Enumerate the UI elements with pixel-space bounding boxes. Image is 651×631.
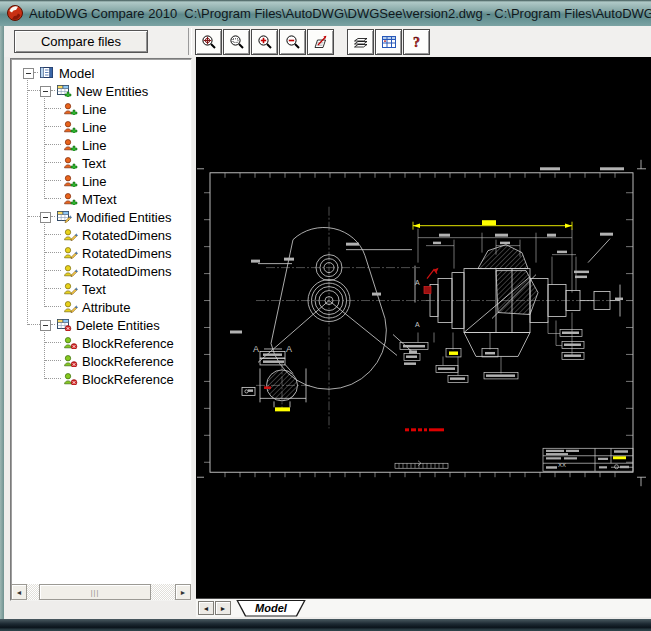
- table-add-icon: [57, 85, 72, 97]
- compare-tree-panel: ModelNew EntitiesLineLineLineTextLineMTe…: [10, 58, 192, 601]
- entity-added-icon: [63, 193, 78, 205]
- entity-added-icon: [63, 121, 78, 133]
- table-button[interactable]: [375, 29, 402, 55]
- tree-item-mtext[interactable]: MText: [11, 190, 191, 208]
- tree-item-label: Text: [81, 156, 106, 171]
- tree-item-model[interactable]: Model: [11, 64, 191, 82]
- tree-item-line[interactable]: Line: [11, 136, 191, 154]
- scroll-right-button[interactable]: ►: [175, 584, 191, 600]
- entity-modified-icon: [63, 283, 78, 295]
- tree-connector-stub: [51, 324, 55, 326]
- entity-modified-icon: [63, 247, 78, 259]
- drawing-frame: [197, 160, 646, 486]
- tree-item-rotateddimens[interactable]: RotatedDimens: [11, 262, 191, 280]
- pan-button[interactable]: [307, 29, 334, 55]
- title-bar[interactable]: AutoDWG Compare 2010 C:\Program Files\Au…: [0, 0, 651, 26]
- tree-item-label: Line: [81, 102, 107, 117]
- zoom-window-icon: [229, 34, 245, 50]
- section-label-a2: A: [286, 344, 292, 354]
- tree-item-blockreference[interactable]: BlockReference: [11, 370, 191, 388]
- arrow-left-icon: ◄: [16, 589, 23, 596]
- tree-connector-stub: [45, 234, 61, 236]
- tree-connector-stub: [45, 162, 61, 164]
- tree-connector-stub: [51, 216, 55, 218]
- layout-tab-bar: ◄ ► Model: [196, 598, 651, 617]
- tree-item-label: Attribute: [81, 300, 130, 315]
- title-block-code: XX: [558, 462, 566, 468]
- tree-connector-stub: [45, 306, 61, 308]
- toolbar-separator: [188, 28, 192, 55]
- tree-connector-stub: [45, 378, 61, 380]
- autodwg-logo-icon: [6, 4, 24, 22]
- tree-connector-stub: [45, 342, 61, 344]
- tab-model[interactable]: Model: [236, 600, 306, 617]
- tab-model-label: Model: [255, 602, 287, 614]
- tree-item-label: Line: [81, 120, 107, 135]
- layers-icon: [353, 34, 369, 50]
- scrollbar-track[interactable]: |||: [27, 584, 175, 600]
- tree-connector-stub: [45, 198, 61, 200]
- tree-connector-line: [44, 332, 45, 379]
- tree-connector-stub: [45, 144, 61, 146]
- tree-item-blockreference[interactable]: BlockReference: [11, 334, 191, 352]
- arrow-right-icon: ►: [220, 605, 227, 612]
- tree-expander-icon[interactable]: [40, 320, 51, 331]
- tree-connector-stub: [51, 90, 55, 92]
- added-highlights: [275, 220, 626, 459]
- entity-deleted-icon: [63, 373, 78, 385]
- zoom-window-button[interactable]: [223, 29, 250, 55]
- svg-text:?: ?: [413, 35, 420, 50]
- tree-connector-stub: [45, 288, 61, 290]
- entity-added-icon: [63, 103, 78, 115]
- tree-expander-icon[interactable]: [40, 212, 51, 223]
- section-label-a3: A: [415, 279, 420, 286]
- zoom-in-button[interactable]: [251, 29, 278, 55]
- tree-connector-line: [44, 98, 45, 199]
- entity-deleted-icon: [63, 355, 78, 367]
- tree-connector-stub: [45, 108, 61, 110]
- table-icon: [381, 34, 397, 50]
- layers-button[interactable]: [347, 29, 374, 55]
- tree-item-modified-entities[interactable]: Modified Entities: [11, 208, 191, 226]
- tree-item-text[interactable]: Text: [11, 154, 191, 172]
- tree-item-label: Model: [58, 66, 94, 81]
- zoom-out-button[interactable]: [279, 29, 306, 55]
- arrow-right-icon: ►: [180, 589, 187, 596]
- tab-scroll-left-button[interactable]: ◄: [198, 601, 214, 615]
- drawing-canvas[interactable]: A A A A XX: [196, 57, 651, 598]
- help-button[interactable]: ?: [403, 29, 430, 55]
- tree-item-label: BlockReference: [81, 354, 174, 369]
- drawing-area: A A A A XX ◄ ► Model: [196, 57, 651, 617]
- tree-item-label: Text: [81, 282, 106, 297]
- tree-item-line[interactable]: Line: [11, 100, 191, 118]
- tab-scroll-right-button[interactable]: ►: [215, 601, 231, 615]
- section-label-a1: A: [253, 344, 259, 354]
- model-icon: [40, 67, 55, 79]
- tree-item-text[interactable]: Text: [11, 280, 191, 298]
- app-window-frame: AutoDWG Compare 2010 C:\Program Files\Au…: [0, 0, 651, 631]
- tree-horizontal-scrollbar: ◄ ||| ►: [11, 584, 191, 600]
- tree-item-label: BlockReference: [81, 336, 174, 351]
- zoom-extents-button[interactable]: [195, 29, 222, 55]
- tree-item-delete-entities[interactable]: Delete Entities: [11, 316, 191, 334]
- tree-item-label: RotatedDimens: [81, 246, 172, 261]
- tree-item-new-entities[interactable]: New Entities: [11, 82, 191, 100]
- compare-tree: ModelNew EntitiesLineLineLineTextLineMTe…: [11, 59, 191, 584]
- compare-files-button[interactable]: Compare files: [14, 30, 148, 53]
- tree-item-blockreference[interactable]: BlockReference: [11, 352, 191, 370]
- entity-added-icon: [63, 175, 78, 187]
- tree-expander-icon[interactable]: [23, 68, 34, 79]
- tree-connector-stub: [45, 252, 61, 254]
- tree-connector-stub: [45, 180, 61, 182]
- tree-item-rotateddimens[interactable]: RotatedDimens: [11, 244, 191, 262]
- scroll-left-button[interactable]: ◄: [11, 584, 27, 600]
- tree-connector-stub: [28, 90, 40, 92]
- pan-icon: [313, 34, 329, 50]
- tree-item-rotateddimens[interactable]: RotatedDimens: [11, 226, 191, 244]
- section-label-a4: A: [415, 322, 420, 329]
- tree-item-line[interactable]: Line: [11, 172, 191, 190]
- tree-item-line[interactable]: Line: [11, 118, 191, 136]
- scrollbar-thumb[interactable]: |||: [39, 584, 151, 600]
- tree-expander-icon[interactable]: [40, 86, 51, 97]
- tree-item-attribute[interactable]: Attribute: [11, 298, 191, 316]
